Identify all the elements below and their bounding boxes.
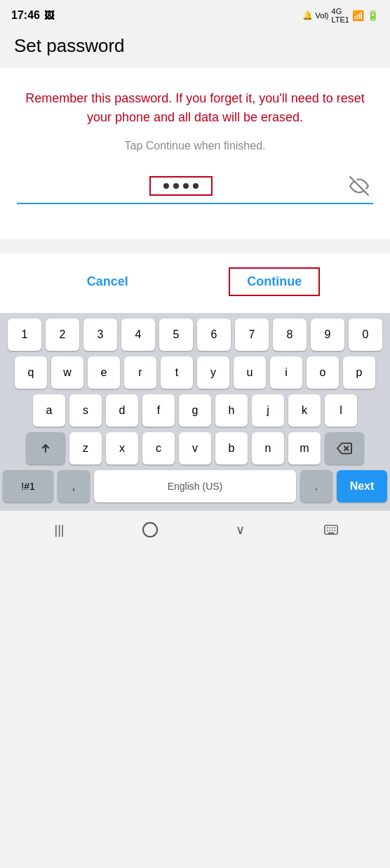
spacer — [0, 239, 390, 253]
key-g[interactable]: g — [179, 394, 211, 427]
key-8[interactable]: 8 — [273, 319, 307, 351]
key-0[interactable]: 0 — [349, 319, 382, 351]
toggle-visibility-icon[interactable] — [345, 172, 373, 200]
keyboard-row-q: q w e r t y u i o p — [3, 356, 387, 389]
network-label: 4GLTE1 — [332, 7, 349, 24]
password-input-wrapper[interactable] — [17, 172, 373, 204]
key-n[interactable]: n — [252, 432, 284, 465]
keyboard: 1 2 3 4 5 6 7 8 9 0 q w e r t y u i o p … — [0, 313, 390, 511]
screenshot-icon: 🖼 — [44, 10, 54, 21]
dot-4 — [193, 183, 199, 189]
key-j[interactable]: j — [252, 394, 284, 427]
key-4[interactable]: 4 — [121, 319, 155, 351]
key-t[interactable]: t — [161, 356, 193, 389]
key-v[interactable]: v — [179, 432, 211, 465]
key-q[interactable]: q — [15, 356, 47, 389]
svg-point-4 — [143, 523, 157, 537]
keyboard-icon[interactable] — [317, 516, 345, 544]
key-p[interactable]: p — [343, 356, 375, 389]
dot-2 — [173, 183, 179, 189]
status-time: 17:46 🖼 — [11, 9, 54, 22]
shift-key[interactable] — [26, 432, 65, 465]
signal-icon: 📶 — [352, 10, 364, 21]
period-key[interactable]: . — [300, 470, 332, 502]
key-l[interactable]: l — [325, 394, 357, 427]
nav-bar: ||| ∨ — [0, 511, 390, 549]
password-field[interactable] — [149, 176, 213, 196]
continue-button[interactable]: Continue — [229, 267, 320, 296]
key-d[interactable]: d — [106, 394, 138, 427]
key-r[interactable]: r — [124, 356, 156, 389]
page-title: Set password — [14, 35, 376, 57]
key-2[interactable]: 2 — [46, 319, 79, 351]
dot-1 — [163, 183, 169, 189]
keyboard-row-numbers: 1 2 3 4 5 6 7 8 9 0 — [3, 319, 387, 351]
key-c[interactable]: c — [142, 432, 175, 465]
key-s[interactable]: s — [69, 394, 102, 427]
key-b[interactable]: b — [215, 432, 248, 465]
key-z[interactable]: z — [69, 432, 102, 465]
warning-text: Remember this password. If you forget it… — [17, 89, 373, 127]
volume-label: Vol) — [316, 11, 329, 20]
password-dots-box — [17, 176, 345, 196]
key-7[interactable]: 7 — [235, 319, 269, 351]
action-buttons: Cancel Continue — [0, 253, 390, 313]
key-w[interactable]: w — [51, 356, 83, 389]
alarm-icon: 🔔 — [302, 11, 313, 20]
key-5[interactable]: 5 — [159, 319, 193, 351]
keyboard-row-a: a s d f g h j k l — [3, 394, 387, 427]
dot-3 — [183, 183, 189, 189]
key-6[interactable]: 6 — [197, 319, 231, 351]
status-bar: 17:46 🖼 🔔 Vol) 4GLTE1 📶 🔋 — [0, 0, 390, 28]
key-9[interactable]: 9 — [311, 319, 344, 351]
instruction-text: Tap Continue when finished. — [17, 140, 373, 152]
keyboard-row-bottom: !#1 , English (US) . Next — [3, 470, 387, 502]
next-key[interactable]: Next — [337, 470, 387, 502]
key-i[interactable]: i — [270, 356, 302, 389]
key-u[interactable]: u — [234, 356, 266, 389]
page-title-bar: Set password — [0, 28, 390, 68]
key-h[interactable]: h — [215, 394, 248, 427]
status-icons: 🔔 Vol) 4GLTE1 📶 🔋 — [302, 7, 379, 24]
key-k[interactable]: k — [288, 394, 321, 427]
key-f[interactable]: f — [142, 394, 175, 427]
battery-icon: 🔋 — [367, 10, 379, 21]
key-y[interactable]: y — [197, 356, 229, 389]
backspace-key[interactable] — [325, 432, 364, 465]
comma-key[interactable]: , — [58, 470, 90, 502]
cancel-button[interactable]: Cancel — [70, 269, 145, 295]
home-button[interactable] — [136, 516, 164, 544]
key-e[interactable]: e — [88, 356, 120, 389]
key-o[interactable]: o — [307, 356, 339, 389]
keyboard-row-z: z x c v b n m — [3, 432, 387, 465]
recent-apps-button[interactable]: ∨ — [227, 516, 255, 544]
key-3[interactable]: 3 — [83, 319, 117, 351]
key-m[interactable]: m — [288, 432, 321, 465]
key-a[interactable]: a — [33, 394, 65, 427]
key-x[interactable]: x — [106, 432, 138, 465]
main-card: Remember this password. If you forget it… — [0, 68, 390, 239]
key-1[interactable]: 1 — [8, 319, 41, 351]
space-key[interactable]: English (US) — [94, 470, 296, 502]
back-button[interactable]: ||| — [46, 516, 74, 544]
symbols-key[interactable]: !#1 — [3, 470, 53, 502]
